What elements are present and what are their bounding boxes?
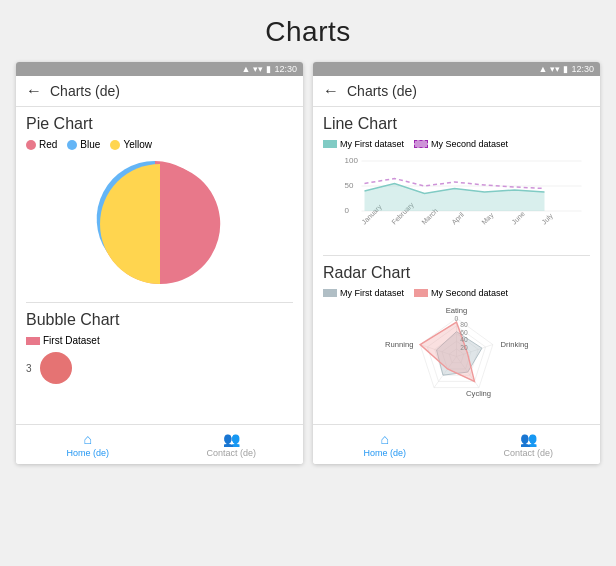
- left-nav-bar: ← Charts (de): [16, 76, 303, 107]
- svg-text:20: 20: [460, 344, 468, 351]
- pie-chart-legend: Red Blue Yellow: [26, 139, 293, 150]
- line-chart-svg: 100 50 0 January February March April Ma…: [323, 153, 590, 243]
- svg-text:0: 0: [455, 315, 459, 322]
- screens-row: ▲ ▾▾ ▮ 12:30 ← Charts (de) Pie Chart Red: [16, 62, 600, 464]
- radar-legend-first-rect: [323, 289, 337, 297]
- line-legend-first-rect: [323, 140, 337, 148]
- right-nav-contact-label: Contact (de): [503, 448, 553, 458]
- contact-icon-right: 👥: [520, 431, 537, 447]
- svg-text:April: April: [450, 211, 466, 227]
- right-screen: ▲ ▾▾ ▮ 12:30 ← Charts (de) Line Chart My…: [313, 62, 600, 464]
- radar-legend-second-label: My Second dataset: [431, 288, 508, 298]
- pie-legend-red: Red: [26, 139, 57, 150]
- bubble-chart-section: Bubble Chart First Dataset 3: [26, 311, 293, 384]
- bubble-chart-title: Bubble Chart: [26, 311, 293, 329]
- home-icon-right: ⌂: [381, 431, 389, 447]
- chart-divider-2: [323, 255, 590, 256]
- bubble-area: 3: [26, 352, 293, 384]
- radar-chart-svg: Eating 0 Drinking Running Cycling 20 40 …: [323, 302, 590, 412]
- pie-legend-blue-dot: [67, 140, 77, 150]
- svg-text:July: July: [540, 212, 555, 227]
- right-nav-home-label: Home (de): [363, 448, 406, 458]
- bubble-legend-first: First Dataset: [26, 335, 100, 346]
- line-chart-legend: My First dataset My Second dataset: [323, 139, 590, 149]
- radar-chart-section: Radar Chart My First dataset My Second d…: [323, 264, 590, 416]
- contact-icon-left: 👥: [223, 431, 240, 447]
- left-status-bar: ▲ ▾▾ ▮ 12:30: [16, 62, 303, 76]
- home-icon-left: ⌂: [84, 431, 92, 447]
- svg-text:Eating: Eating: [446, 306, 468, 315]
- left-bottom-nav-contact[interactable]: 👥 Contact (de): [160, 425, 304, 464]
- line-chart-title: Line Chart: [323, 115, 590, 133]
- svg-text:60: 60: [460, 329, 468, 336]
- line-chart-section: Line Chart My First dataset My Second da…: [323, 115, 590, 247]
- radar-legend-second: My Second dataset: [414, 288, 508, 298]
- line-legend-first-label: My First dataset: [340, 139, 404, 149]
- right-bottom-nav-contact[interactable]: 👥 Contact (de): [457, 425, 601, 464]
- left-time: 12:30: [274, 64, 297, 74]
- pie-chart-visual: [26, 154, 293, 294]
- right-nav-title: Charts (de): [347, 83, 417, 99]
- pie-legend-yellow: Yellow: [110, 139, 152, 150]
- left-screen-content: Pie Chart Red Blue Yellow: [16, 107, 303, 424]
- left-screen: ▲ ▾▾ ▮ 12:30 ← Charts (de) Pie Chart Red: [16, 62, 303, 464]
- chart-divider-1: [26, 302, 293, 303]
- right-nav-bar: ← Charts (de): [313, 76, 600, 107]
- svg-text:Drinking: Drinking: [501, 340, 529, 349]
- signal-icon: ▲: [242, 64, 251, 74]
- left-nav-title: Charts (de): [50, 83, 120, 99]
- pie-legend-blue: Blue: [67, 139, 100, 150]
- left-nav-home-label: Home (de): [66, 448, 109, 458]
- bubble-chart-legend: First Dataset: [26, 335, 293, 346]
- right-status-icons: ▲ ▾▾ ▮ 12:30: [539, 64, 594, 74]
- radar-chart-title: Radar Chart: [323, 264, 590, 282]
- svg-text:80: 80: [460, 321, 468, 328]
- pie-legend-yellow-dot: [110, 140, 120, 150]
- radar-legend-first: My First dataset: [323, 288, 404, 298]
- pie-legend-red-label: Red: [39, 139, 57, 150]
- page-title: Charts: [265, 16, 350, 48]
- left-nav-contact-label: Contact (de): [206, 448, 256, 458]
- line-legend-second-rect: [414, 140, 428, 148]
- right-wifi-icon: ▾▾: [550, 64, 560, 74]
- svg-text:June: June: [510, 210, 526, 226]
- right-bottom-nav: ⌂ Home (de) 👥 Contact (de): [313, 424, 600, 464]
- svg-text:100: 100: [345, 156, 359, 165]
- radar-legend-second-rect: [414, 289, 428, 297]
- line-legend-second: My Second dataset: [414, 139, 508, 149]
- svg-text:50: 50: [345, 181, 354, 190]
- pie-chart-section: Pie Chart Red Blue Yellow: [26, 115, 293, 294]
- left-status-icons: ▲ ▾▾ ▮ 12:30: [242, 64, 297, 74]
- pie-legend-yellow-label: Yellow: [123, 139, 152, 150]
- right-bottom-nav-home[interactable]: ⌂ Home (de): [313, 425, 457, 464]
- right-screen-content: Line Chart My First dataset My Second da…: [313, 107, 600, 424]
- bubble-visual: [40, 352, 72, 384]
- svg-text:0: 0: [345, 206, 350, 215]
- right-back-button[interactable]: ←: [323, 82, 339, 100]
- right-battery-icon: ▮: [563, 64, 568, 74]
- radar-legend-first-label: My First dataset: [340, 288, 404, 298]
- left-bottom-nav: ⌂ Home (de) 👥 Contact (de): [16, 424, 303, 464]
- left-back-button[interactable]: ←: [26, 82, 42, 100]
- pie-legend-blue-label: Blue: [80, 139, 100, 150]
- pie-chart-title: Pie Chart: [26, 115, 293, 133]
- right-signal-icon: ▲: [539, 64, 548, 74]
- wifi-icon: ▾▾: [253, 64, 263, 74]
- battery-icon: ▮: [266, 64, 271, 74]
- line-legend-second-label: My Second dataset: [431, 139, 508, 149]
- right-time: 12:30: [571, 64, 594, 74]
- right-status-bar: ▲ ▾▾ ▮ 12:30: [313, 62, 600, 76]
- bubble-legend-rect: [26, 337, 40, 345]
- svg-text:Cycling: Cycling: [466, 389, 491, 398]
- svg-text:May: May: [480, 211, 495, 226]
- bubble-number: 3: [26, 363, 32, 374]
- bubble-legend-label: First Dataset: [43, 335, 100, 346]
- line-legend-first: My First dataset: [323, 139, 404, 149]
- pie-legend-red-dot: [26, 140, 36, 150]
- svg-text:Running: Running: [385, 340, 413, 349]
- radar-chart-legend: My First dataset My Second dataset: [323, 288, 590, 298]
- left-bottom-nav-home[interactable]: ⌂ Home (de): [16, 425, 160, 464]
- svg-text:40: 40: [460, 336, 468, 343]
